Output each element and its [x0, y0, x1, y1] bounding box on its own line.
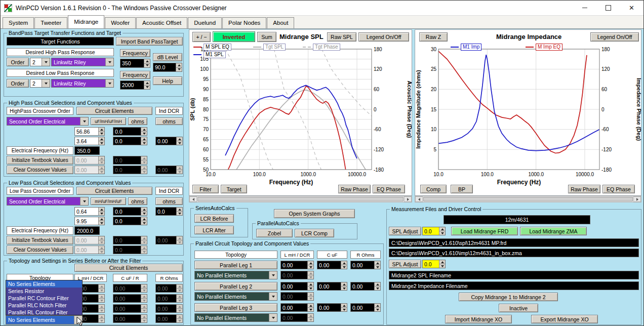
spin-up-icon[interactable] [439, 227, 445, 231]
spin-down-icon[interactable] [341, 287, 347, 290]
spin-up-icon[interactable] [341, 304, 347, 308]
spin-down-icon[interactable] [176, 68, 182, 72]
midrange2-spl-filename-field[interactable]: Midrange2 SPL Filename [389, 271, 639, 279]
lcr-after-button[interactable]: LCR After [194, 226, 234, 234]
import-midrange-xo-button[interactable]: Import Midrange XO [445, 315, 512, 323]
spin-down-icon[interactable] [177, 240, 182, 244]
tab-midrange[interactable]: Midrange [68, 15, 104, 28]
spin-down-icon[interactable] [141, 132, 147, 135]
spl-raw-spl-button[interactable]: Raw SPL [327, 32, 356, 42]
spin-down-icon[interactable] [308, 308, 313, 311]
chevron-down-icon[interactable] [42, 58, 50, 66]
hp-component-row2-esr[interactable]: 0.0 [113, 156, 147, 165]
parallel-leg-2-value-1[interactable]: 0.00 [280, 282, 314, 291]
hp-component-row1-dcr[interactable]: 0.00 [155, 137, 183, 145]
spin-up-icon[interactable] [375, 261, 380, 265]
spin-up-icon[interactable] [141, 166, 147, 170]
hp-frequency-spinner[interactable]: 350 [120, 59, 150, 68]
target-functions-button[interactable]: Target Functions [7, 37, 114, 46]
spin-up-icon[interactable] [99, 305, 104, 309]
help-button[interactable]: Help [153, 76, 182, 85]
spin-up-icon[interactable] [308, 304, 313, 308]
dropdown-item-series-resistor[interactable]: Series Resistor [6, 288, 82, 295]
hp-component-row3-esr[interactable]: 0.0 [113, 166, 147, 174]
hp-component-row0-esr[interactable]: 0.0 [113, 127, 147, 136]
parallel-leg-3-button[interactable]: Parallel Leg 3 [194, 303, 277, 312]
spin-up-icon[interactable] [177, 166, 182, 170]
spin-up-icon[interactable] [308, 261, 313, 265]
spl-raw-phase-button[interactable]: Raw Phase [338, 185, 371, 193]
spin-down-icon[interactable] [439, 231, 445, 235]
hp-frequency-button[interactable]: Frequency [120, 49, 150, 57]
imp-raw-phase-button[interactable]: Raw Phase [568, 185, 600, 193]
spin-down-icon[interactable] [141, 240, 147, 244]
spin-up-icon[interactable] [99, 295, 104, 299]
spin-down-icon[interactable] [141, 212, 147, 215]
lp-component-row2-value[interactable]: 0.00 [74, 236, 105, 244]
lp-component-row0-esr[interactable]: 0.0 [113, 207, 147, 216]
spin-up-icon[interactable] [99, 315, 104, 319]
spin-up-icon[interactable] [341, 261, 347, 265]
imp-raw-z-button[interactable]: Raw Z [419, 32, 448, 42]
hp-clear-button[interactable]: Clear Crossover Values [7, 166, 73, 174]
spin-down-icon[interactable] [375, 287, 380, 290]
spin-down-icon[interactable] [99, 299, 104, 302]
spin-down-icon[interactable] [177, 141, 182, 145]
spl-adjust-spinner-2[interactable]: 0.0 [422, 260, 446, 268]
impedance-chart-hscrollbar[interactable] [415, 196, 641, 202]
lp-order-combo[interactable]: 2 [30, 79, 50, 88]
spl-inverted-button[interactable]: Inverted [213, 31, 255, 42]
series-row1-c[interactable]: 0.00 [113, 294, 147, 303]
dropdown-item-parallel-rc-contour-filter[interactable]: Parallel RC Contour Filter [6, 295, 82, 302]
spin-up-icon[interactable] [141, 128, 147, 132]
spin-down-icon[interactable] [141, 289, 147, 292]
spin-down-icon[interactable] [99, 221, 104, 225]
parallel-leg-2-value-3[interactable]: 0.00 [350, 282, 381, 291]
tab-tweeter[interactable]: Tweeter [34, 17, 67, 28]
spin-down-icon[interactable] [341, 308, 347, 311]
scroll-thumb[interactable] [197, 197, 404, 201]
spl-legend-toggle-button[interactable]: Legend On/Off [358, 32, 409, 42]
spin-up-icon[interactable] [99, 166, 104, 170]
series-row1-r[interactable]: 0.00 [155, 294, 183, 303]
series-row3-r[interactable]: 0.00 [155, 314, 183, 323]
spin-up-icon[interactable] [99, 246, 104, 250]
spin-up-icon[interactable] [308, 271, 313, 275]
hp-filter-combo[interactable]: Linkwitz Riley [51, 58, 114, 66]
parallel-leg-2-combo[interactable]: No Parallel Elements [194, 292, 277, 301]
db-level-button[interactable]: dB Level [153, 53, 182, 61]
spin-up-icon[interactable] [308, 282, 313, 287]
spl-adjust-spinner-1[interactable]: 0.0 [422, 227, 446, 235]
spin-up-icon[interactable] [141, 246, 147, 250]
imp-comp-button[interactable]: Comp [420, 185, 447, 193]
parallel-leg-3-value-2[interactable]: 0.00 [317, 303, 347, 312]
tab-duelund[interactable]: Duelund [188, 17, 222, 28]
spl-filter-button[interactable]: Filter [192, 185, 219, 193]
minimize-button[interactable] [573, 1, 596, 15]
spin-up-icon[interactable] [141, 217, 147, 221]
parallel-leg-1-combo[interactable]: No Parallel Elements [194, 271, 277, 279]
spl-target-button[interactable]: Target [221, 185, 247, 193]
spin-up-icon[interactable] [375, 304, 380, 308]
hp-component-row3-value[interactable]: 0.00 [74, 166, 105, 174]
parallel-leg-1-value-3[interactable]: 0.00 [350, 261, 381, 269]
spin-up-icon[interactable] [99, 156, 104, 160]
spin-up-icon[interactable] [177, 315, 182, 319]
load-midrange-zma-button[interactable]: Load Midrange ZMA [520, 227, 587, 235]
spin-up-icon[interactable] [308, 293, 313, 297]
dropdown-item-no-series-elements[interactable]: No Series Elements [6, 280, 82, 288]
close-button[interactable]: ✕ [620, 1, 643, 15]
series-row2-r[interactable]: 0.00 [155, 304, 183, 313]
spin-up-icon[interactable] [141, 315, 147, 319]
db-level-spinner[interactable]: 90.0 [153, 63, 182, 72]
scroll-thumb[interactable] [423, 197, 633, 201]
hp-component-row3-dcr[interactable]: 0.00 [155, 166, 183, 174]
spin-down-icon[interactable] [99, 170, 104, 174]
spin-up-icon[interactable] [375, 282, 380, 287]
tab-woofer[interactable]: Woofer [105, 17, 136, 28]
spin-down-icon[interactable] [99, 319, 104, 322]
scroll-right-icon[interactable] [633, 196, 641, 202]
parallel-leg-1-value-1[interactable]: 0.00 [280, 261, 314, 269]
hp-initialize-button[interactable]: Initialize Textbook Values [7, 156, 73, 165]
spin-down-icon[interactable] [439, 264, 445, 268]
